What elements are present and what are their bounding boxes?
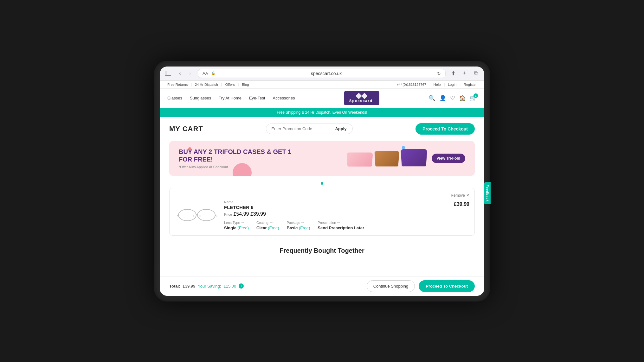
glasses-svg	[176, 206, 217, 225]
cart-item-body: Name FLETCHER 6 Price £54.99 £39.99	[175, 200, 469, 230]
case-pink	[346, 152, 373, 166]
svg-point-4	[197, 209, 215, 221]
lens-type-col: Lens Type ✏ Single (Free)	[224, 221, 249, 230]
cart-badge: 1	[473, 93, 478, 98]
promo-input[interactable]	[266, 124, 329, 134]
lock-icon: 🔒	[211, 71, 216, 75]
coating-edit-icon[interactable]: ✏	[270, 221, 273, 225]
dispatch-info: 24 Hr Dispatch	[195, 83, 218, 86]
coating-free: (Free)	[268, 225, 279, 230]
reload-icon[interactable]: ↻	[437, 71, 441, 76]
nav-eye-test[interactable]: Eye-Test	[249, 96, 265, 100]
tabs-btn[interactable]: ⧉	[472, 69, 480, 78]
item-name-price: Name FLETCHER 6 Price £54.99 £39.99	[224, 200, 469, 217]
new-price: £39.99	[250, 211, 266, 217]
new-tab-btn[interactable]: +	[460, 69, 469, 78]
main-nav: Glasses Sunglasses Try At Home Eye-Test …	[167, 96, 295, 100]
wishlist-icon-btn[interactable]: ♡	[450, 95, 455, 102]
promo-line1: BUY ANY 2 TRIFOLD CASES & GET 1	[179, 148, 291, 156]
saving-label: Your Saving:	[198, 284, 221, 289]
svg-point-7	[193, 215, 194, 217]
address-bar: AA 🔒 specscart.co.uk ↻	[198, 69, 446, 78]
free-returns: Free Returns	[167, 83, 188, 86]
case-brown	[374, 151, 399, 166]
url-text: specscart.co.uk	[217, 71, 435, 76]
carousel-dot-1[interactable]	[321, 182, 323, 185]
tablet-frame: ‹ › AA 🔒 specscart.co.uk ↻ ⬆ + ⧉ Free Re…	[154, 61, 490, 302]
tablet-screen: ‹ › AA 🔒 specscart.co.uk ↻ ⬆ + ⧉ Free Re…	[160, 67, 484, 296]
package-edit-icon[interactable]: ✏	[301, 221, 304, 225]
price-col: £39.99	[454, 200, 469, 207]
cart-icon-btn[interactable]: 🛒 1	[470, 95, 477, 102]
svg-rect-1	[165, 71, 167, 75]
cart-item: Remove ✕	[169, 188, 475, 236]
frequently-section: Frequently Bought Together	[169, 241, 475, 257]
prescription-edit-icon[interactable]: ✏	[337, 221, 340, 225]
search-icon-btn[interactable]: 🔍	[428, 95, 435, 102]
promo-line2: FOR FREE!	[179, 156, 291, 163]
logo-box: Specscard.	[344, 91, 379, 105]
frequently-title: Frequently Bought Together	[169, 247, 475, 254]
nav-accessories[interactable]: Accessories	[273, 96, 295, 100]
final-price: £39.99	[454, 201, 469, 207]
font-size-indicator: AA	[203, 71, 208, 76]
cart-item-top: Remove ✕	[175, 193, 469, 198]
info-icon[interactable]: i	[239, 283, 244, 289]
account-icon-btn[interactable]: 👤	[439, 95, 446, 102]
cases-visual	[347, 149, 427, 167]
package-label: Package ✏	[287, 221, 310, 225]
promo-banner-text: BUY ANY 2 TRIFOLD CASES & GET 1 FOR FREE…	[179, 148, 291, 169]
phone-number: +44(0)1613125767	[397, 83, 426, 86]
banner-dot-2	[402, 146, 405, 149]
saving-value: £15.00	[223, 284, 236, 289]
promo-banner-right: View Tri-Fold	[347, 149, 465, 167]
remove-btn[interactable]: Remove ✕	[451, 193, 469, 198]
name-col: Name FLETCHER 6 Price £54.99 £39.99	[224, 200, 266, 217]
top-info-left: Free Returns | 24 Hr Dispatch | Offers |…	[167, 83, 249, 86]
svg-point-8	[199, 215, 201, 217]
item-details: Name FLETCHER 6 Price £54.99 £39.99	[224, 200, 469, 230]
lens-type-edit-icon[interactable]: ✏	[242, 221, 244, 225]
home-icon-btn[interactable]: 🏠	[459, 95, 466, 102]
browser-actions: ⬆ + ⧉	[449, 69, 480, 78]
checkout-btn-top[interactable]: Proceed To Checkout	[415, 123, 475, 135]
cart-main: MY CART Apply Proceed To Checkout BUY AN…	[160, 117, 484, 264]
name-label: Name	[224, 200, 266, 204]
back-btn[interactable]: ‹	[176, 69, 184, 78]
browser-bar: ‹ › AA 🔒 specscart.co.uk ↻ ⬆ + ⧉	[160, 67, 484, 81]
prescription-label: Prescription ✏	[318, 221, 364, 225]
nav-try-at-home[interactable]: Try At Home	[219, 96, 242, 100]
checkout-btn-bottom[interactable]: Proceed To Checkout	[419, 280, 475, 292]
logo-area: Specscard.	[344, 91, 379, 105]
forward-btn[interactable]: ›	[186, 69, 195, 78]
bottom-bar: Total: £39.99 Your Saving: £15.00 i Cont…	[160, 276, 484, 296]
carousel-dots	[169, 182, 475, 185]
share-btn[interactable]: ⬆	[449, 69, 458, 78]
continue-shopping-btn[interactable]: Continue Shopping	[367, 280, 415, 292]
offers-link[interactable]: Offers	[225, 83, 235, 86]
prescription-col: Prescription ✏ Send Prescription Later	[318, 221, 364, 230]
prescription-value: Send Prescription Later	[318, 225, 364, 230]
header-icons: 🔍 👤 ♡ 🏠 🛒 1	[428, 95, 477, 102]
register-link[interactable]: Register	[464, 83, 477, 86]
login-link[interactable]: Login	[448, 83, 456, 86]
view-trifold-btn[interactable]: View Tri-Fold	[432, 154, 465, 163]
package-col: Package ✏ Basic (Free)	[287, 221, 310, 230]
svg-point-3	[178, 209, 196, 221]
sidebar-toggle-btn[interactable]	[164, 70, 172, 77]
total-value: £39.99	[183, 284, 195, 289]
glasses-image	[175, 204, 219, 226]
remove-icon: ✕	[466, 193, 469, 198]
apply-btn[interactable]: Apply	[329, 124, 352, 134]
cart-header-row: MY CART Apply Proceed To Checkout	[169, 123, 475, 135]
help-link[interactable]: Help	[434, 83, 441, 86]
feedback-tab[interactable]: Feedback	[484, 182, 491, 204]
browser-nav-btns: ‹ ›	[176, 69, 195, 78]
nav-glasses[interactable]: Glasses	[167, 96, 182, 100]
shipping-text: Free Shipping & 24 Hr Dispatch. Even On …	[277, 110, 367, 115]
blog-link[interactable]: Blog	[242, 83, 249, 86]
nav-sunglasses[interactable]: Sunglasses	[190, 96, 211, 100]
site-content: Free Returns | 24 Hr Dispatch | Offers |…	[160, 81, 484, 276]
total-info: Total: £39.99 Your Saving: £15.00 i	[169, 283, 244, 289]
total-label: Total:	[169, 284, 180, 289]
